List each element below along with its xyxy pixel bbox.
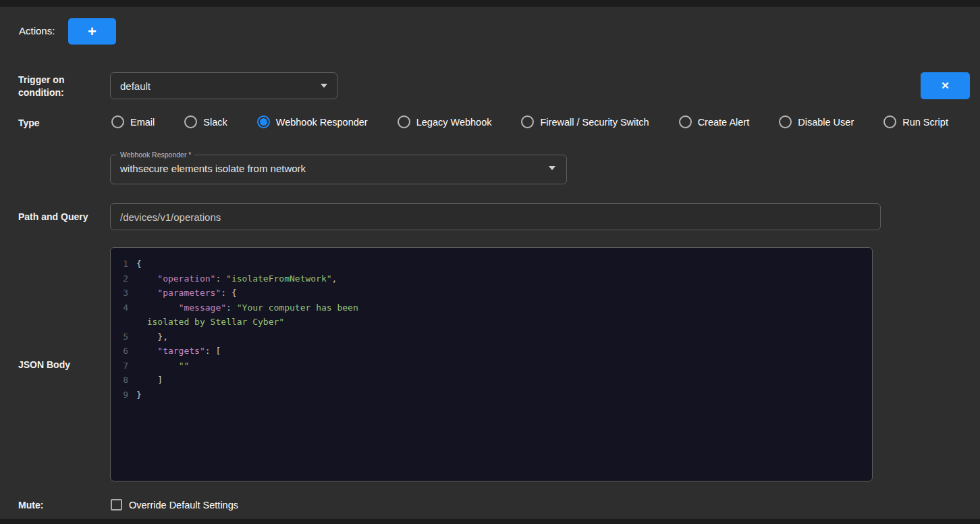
code-text: "parameters": {: [136, 286, 237, 300]
line-number: 1: [116, 257, 136, 271]
chevron-down-icon: [321, 84, 327, 88]
code-line: 2 "operation": "isolateFromNetwork",: [116, 271, 867, 286]
actions-label: Actions:: [19, 25, 55, 36]
line-number: 4: [116, 300, 136, 315]
radio-firewall-security-switch[interactable]: Firewall / Security Switch: [521, 115, 649, 128]
radio-button-icon: [779, 115, 792, 128]
radio-label: Firewall / Security Switch: [540, 117, 649, 128]
code-text: "operation": "isolateFromNetwork",: [136, 271, 337, 286]
json-body-label: JSON Body: [18, 359, 70, 370]
radio-label: Run Script: [902, 117, 948, 128]
line-number: 7: [116, 359, 136, 373]
code-text: "": [136, 359, 189, 373]
code-line: 3 "parameters": {: [116, 286, 867, 300]
override-default-settings-checkbox[interactable]: [111, 499, 122, 510]
trigger-condition-value: default: [120, 80, 151, 92]
trigger-condition-select[interactable]: default: [110, 72, 337, 99]
radio-button-icon: [679, 115, 692, 128]
radio-label: Legacy Webhook: [416, 117, 492, 128]
line-number: 9: [116, 388, 136, 402]
webhook-responder-value-row[interactable]: withsecure elements isolate from network: [111, 159, 566, 178]
type-label: Type: [18, 117, 40, 128]
code-line: isolated by Stellar Cyber": [116, 315, 867, 330]
radio-button-icon: [257, 115, 270, 128]
webhook-responder-label: Webhook Responder *: [117, 151, 194, 159]
radio-button-icon: [398, 115, 410, 128]
line-number: [116, 315, 136, 330]
radio-button-icon: [111, 115, 124, 128]
line-number: 8: [116, 373, 136, 388]
radio-label: Slack: [203, 117, 227, 128]
path-and-query-label: Path and Query: [18, 211, 88, 222]
radio-label: Create Alert: [698, 117, 750, 128]
code-line: 4 "message": "Your computer has been: [116, 300, 867, 315]
code-line: 1{: [116, 257, 867, 271]
plus-icon: +: [88, 23, 97, 41]
line-number: 6: [116, 344, 136, 359]
remove-action-button[interactable]: ✕: [921, 72, 970, 99]
code-text: {: [136, 257, 142, 271]
radio-button-icon: [521, 115, 534, 128]
radio-button-icon: [184, 115, 197, 128]
code-text: },: [136, 330, 168, 344]
override-default-settings-label: Override Default Settings: [129, 500, 238, 510]
line-number: 2: [116, 271, 136, 286]
radio-slack[interactable]: Slack: [184, 115, 227, 128]
code-line: 8 ]: [116, 373, 867, 388]
radio-button-icon: [883, 115, 896, 128]
radio-disable-user[interactable]: Disable User: [779, 115, 854, 128]
code-text: "message": "Your computer has been: [136, 300, 358, 315]
override-default-settings-option[interactable]: Override Default Settings: [111, 499, 238, 510]
code-text: ]: [136, 373, 163, 388]
radio-run-script[interactable]: Run Script: [883, 115, 948, 128]
code-text: isolated by Stellar Cyber": [136, 315, 284, 330]
json-body-editor[interactable]: 1{2 "operation": "isolateFromNetwork",3 …: [110, 247, 873, 481]
code-line: 5 },: [116, 330, 867, 344]
code-lines: 1{2 "operation": "isolateFromNetwork",3 …: [116, 257, 867, 402]
chevron-down-icon: [549, 166, 555, 170]
radio-email[interactable]: Email: [111, 115, 155, 128]
radio-label: Webhook Responder: [276, 117, 368, 128]
path-and-query-input[interactable]: [110, 203, 881, 230]
add-action-button[interactable]: +: [68, 18, 116, 45]
type-options-row: EmailSlackWebhook ResponderLegacy Webhoo…: [111, 115, 948, 128]
mute-label: Mute:: [18, 500, 43, 510]
code-text: }: [136, 388, 142, 402]
radio-create-alert[interactable]: Create Alert: [679, 115, 750, 128]
line-number: 5: [116, 330, 136, 344]
trigger-on-condition-label: Trigger on condition:: [18, 74, 86, 99]
radio-webhook-responder[interactable]: Webhook Responder: [257, 115, 368, 128]
code-line: 6 "targets": [: [116, 344, 867, 359]
line-number: 3: [116, 286, 136, 300]
radio-label: Email: [130, 117, 155, 128]
webhook-responder-select[interactable]: Webhook Responder * withsecure elements …: [110, 151, 567, 184]
code-text: "targets": [: [136, 344, 221, 359]
webhook-responder-value: withsecure elements isolate from network: [120, 163, 306, 174]
code-line: 7 "": [116, 359, 867, 373]
close-icon: ✕: [941, 80, 950, 92]
radio-legacy-webhook[interactable]: Legacy Webhook: [398, 115, 492, 128]
radio-label: Disable User: [798, 117, 854, 128]
code-line: 9}: [116, 388, 867, 402]
